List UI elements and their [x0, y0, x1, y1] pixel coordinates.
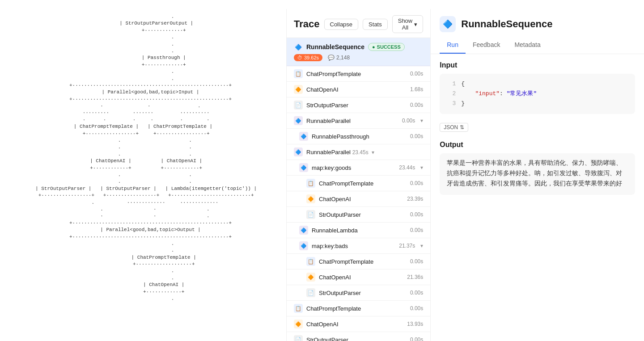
list-item[interactable]: 🔷 map:key:bads 21.37s ▾: [287, 238, 430, 254]
item-name: map:key:bads: [312, 243, 395, 249]
item-name: ChatOpenAI: [319, 274, 403, 281]
item-name: ChatPromptTemplate: [319, 180, 407, 187]
item-icon: 🔷: [299, 226, 308, 235]
list-item[interactable]: 🔷 RunnableParallel 23.45s ▾: [287, 144, 430, 160]
list-item[interactable]: 📄 StrOutputParser 0.00s: [287, 207, 430, 223]
item-name: ChatOpenAI: [306, 86, 407, 93]
list-item[interactable]: 🔶 ChatOpenAI 13.93s: [287, 316, 430, 332]
format-row: JSON ⇅: [440, 123, 635, 132]
item-name: RunnableLambda: [312, 227, 407, 234]
input-label: Input: [440, 61, 635, 69]
list-item[interactable]: 🔷 RunnablePassthrough 0.00s: [287, 129, 430, 144]
code-line-3: 3}: [447, 99, 628, 109]
item-name: ChatOpenAI: [319, 196, 403, 202]
item-time: 0.00s: [410, 258, 423, 265]
item-time: 0.00s: [410, 102, 423, 108]
item-time: 21.37s: [399, 243, 415, 249]
detail-title-row: 🔷 RunnableSequence: [440, 16, 635, 32]
item-icon: 🔶: [306, 273, 315, 282]
detail-body: Input 1{ 2 "input": "常见水果" 3} JSON: [431, 54, 644, 341]
item-icon: 🔷: [294, 147, 303, 156]
item-time: 0.00s: [410, 133, 423, 139]
item-name: RunnableParallel 23.45s ▾: [306, 149, 423, 156]
trace-root-item[interactable]: 🔷 RunnableSequence ● SUCCESS ⏱ 39.62s 💬 …: [287, 38, 430, 66]
output-label: Output: [440, 141, 635, 149]
item-icon: 🔶: [294, 85, 303, 94]
tab-metadata[interactable]: Metadata: [507, 38, 547, 54]
clock-icon: ⏱: [297, 55, 302, 60]
input-code-block: 1{ 2 "input": "常见水果" 3}: [440, 74, 635, 114]
detail-title: RunnableSequence: [461, 18, 552, 30]
item-time: 23.45s: [352, 149, 369, 156]
item-icon: 🔶: [306, 194, 315, 203]
item-time: 21.36s: [407, 274, 423, 280]
list-item[interactable]: 🔶 ChatOpenAI 23.39s: [287, 191, 430, 207]
item-icon: 📋: [294, 69, 303, 78]
list-item[interactable]: 🔶 ChatOpenAI 21.36s: [287, 269, 430, 285]
status-badge: ● SUCCESS: [368, 43, 405, 51]
output-section: Output 苹果是一种营养丰富的水果，具有帮助消化、保力、预防哮喘、抗癌和提升…: [440, 141, 635, 195]
chevron-icon: ▾: [420, 243, 423, 249]
list-item[interactable]: 🔶 ChatOpenAI 1.68s: [287, 82, 430, 97]
trace-items-container: 📋 ChatPromptTemplate 0.00s 🔶 ChatOpenAI …: [287, 66, 430, 341]
item-time: 0.00s: [410, 71, 423, 77]
trace-root-meta: ⏱ 39.62s 💬 2,148: [294, 54, 423, 61]
trace-header: Trace Collapse Stats Show All ▾: [287, 9, 430, 38]
item-icon: 🔷: [299, 241, 308, 250]
chevron-icon: ▾: [372, 149, 374, 156]
list-item[interactable]: 📋 ChatPromptTemplate 0.00s: [287, 176, 430, 191]
show-all-button[interactable]: Show All ▾: [392, 15, 424, 33]
item-name: ChatOpenAI: [306, 321, 403, 328]
item-time: 23.39s: [407, 196, 423, 202]
trace-list: 🔷 RunnableSequence ● SUCCESS ⏱ 39.62s 💬 …: [287, 38, 430, 341]
trace-tokens: 💬 2,148: [328, 55, 350, 61]
item-icon: 📄: [306, 210, 315, 219]
item-name: StrOutputParser: [319, 290, 407, 296]
item-time: 1.68s: [410, 86, 423, 93]
item-name: ChatPromptTemplate: [306, 305, 407, 312]
runnable-sequence-icon: 🔷: [294, 42, 303, 51]
list-item[interactable]: 📄 StrOutputParser 0.00s: [287, 332, 430, 341]
detail-section: 🔷 RunnableSequence Run Feedback Metadata…: [430, 9, 644, 341]
item-name: map:key:goods: [312, 164, 395, 171]
detail-header: 🔷 RunnableSequence Run Feedback Metadata: [431, 9, 644, 54]
list-item[interactable]: 📋 ChatPromptTemplate 0.00s: [287, 301, 430, 316]
tab-run[interactable]: Run: [440, 38, 466, 54]
chevron-icon: ▾: [420, 118, 423, 124]
list-item[interactable]: 🔷 map:key:goods 23.44s ▾: [287, 160, 430, 176]
item-icon: 🔷: [299, 163, 308, 172]
code-line-1: 1{: [447, 79, 628, 89]
item-name: StrOutputParser: [306, 337, 407, 341]
collapse-button[interactable]: Collapse: [324, 19, 359, 30]
item-time: 0.00s: [402, 118, 415, 124]
success-dot-icon: ●: [372, 44, 375, 50]
item-time: 23.44s: [399, 164, 415, 171]
list-item[interactable]: 🔷 RunnableLambda 0.00s: [287, 223, 430, 238]
item-icon: 🔷: [294, 116, 303, 125]
item-time: 0.00s: [410, 180, 423, 186]
item-icon: 📄: [294, 101, 303, 109]
chevron-down-icon: ▾: [414, 21, 417, 28]
item-icon: 📄: [306, 288, 315, 297]
json-format-button[interactable]: JSON ⇅: [440, 123, 468, 132]
list-item[interactable]: 📋 ChatPromptTemplate 0.00s: [287, 254, 430, 269]
item-time: 13.93s: [407, 321, 423, 327]
detail-icon: 🔷: [440, 16, 456, 32]
input-section: Input 1{ 2 "input": "常见水果" 3} JSON: [440, 61, 635, 132]
list-item[interactable]: 📄 StrOutputParser 0.00s: [287, 97, 430, 113]
item-time: 0.00s: [410, 305, 423, 312]
item-name: ChatPromptTemplate: [319, 258, 407, 265]
item-icon: 📋: [294, 304, 303, 313]
list-item[interactable]: 📄 StrOutputParser 0.00s: [287, 285, 430, 301]
item-time: 0.00s: [410, 337, 423, 341]
list-item[interactable]: 📋 ChatPromptTemplate 0.00s: [287, 66, 430, 82]
list-item[interactable]: 🔷 RunnableParallel 0.00s ▾: [287, 113, 430, 129]
ascii-graph-content: . | StrOutputParserOutput | +···········…: [30, 13, 257, 341]
token-icon: 💬: [328, 55, 335, 61]
format-arrow-icon: ⇅: [460, 124, 464, 131]
tab-feedback[interactable]: Feedback: [466, 38, 507, 54]
item-icon: 📋: [306, 179, 315, 188]
ascii-graph-section: . | StrOutputParserOutput | +···········…: [0, 9, 286, 341]
stats-button[interactable]: Stats: [363, 19, 388, 30]
item-name: RunnablePassthrough: [312, 133, 407, 140]
